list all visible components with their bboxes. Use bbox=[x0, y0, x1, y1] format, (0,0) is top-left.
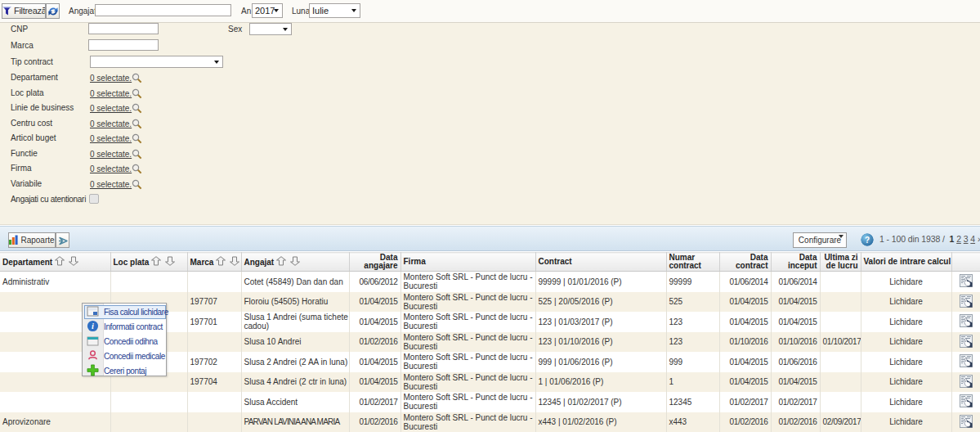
svg-text:?: ? bbox=[865, 236, 870, 245]
svg-text:i: i bbox=[92, 322, 94, 331]
